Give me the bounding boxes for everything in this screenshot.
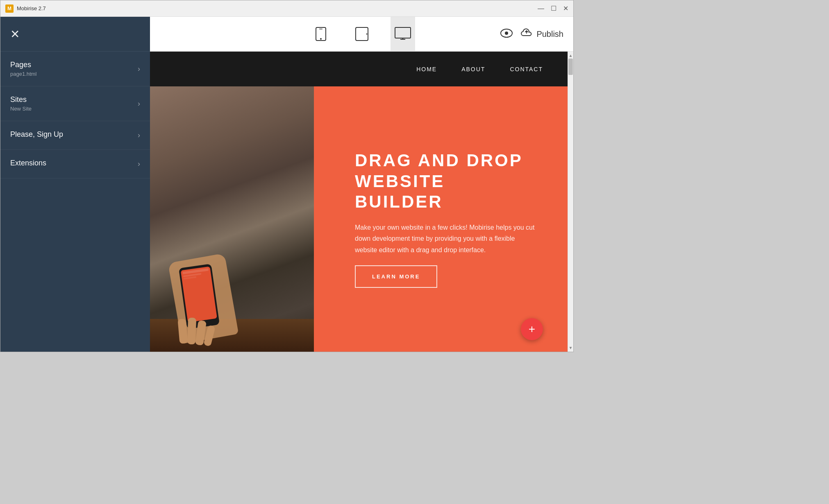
sites-content: Sites New Site — [10, 95, 32, 112]
signup-chevron-icon: › — [138, 131, 140, 140]
window-controls: — ☐ ✕ — [538, 5, 568, 12]
app-body: ✕ Pages page1.html › Sites New Site › — [0, 17, 573, 352]
learn-more-button[interactable]: LEARN MORE — [355, 265, 437, 288]
publish-label: Publish — [536, 29, 563, 39]
scroll-track — [568, 59, 573, 345]
sidebar-item-signup[interactable]: Please, Sign Up › — [0, 121, 150, 150]
nav-link-contact[interactable]: CONTACT — [510, 66, 543, 72]
hero-text-column: DRAG AND DROP WEBSITE BUILDER Make your … — [314, 86, 568, 352]
minimize-button[interactable]: — — [538, 5, 544, 12]
hero-section: DRAG AND DROP WEBSITE BUILDER Make your … — [150, 86, 568, 352]
scroll-down-arrow[interactable]: ▼ — [568, 345, 573, 351]
content-area: HOME ABOUT CONTACT — [150, 52, 573, 352]
sidebar-item-sites[interactable]: Sites New Site › — [0, 86, 150, 121]
hero-image-column — [150, 86, 314, 352]
sidebar-item-pages[interactable]: Pages page1.html › — [0, 52, 150, 86]
extensions-content: Extensions — [10, 159, 46, 169]
sidebar: ✕ Pages page1.html › Sites New Site › — [0, 17, 150, 352]
svg-rect-5 — [395, 27, 411, 38]
scroll-thumb[interactable] — [568, 59, 573, 75]
preview-frame: HOME ABOUT CONTACT — [150, 52, 568, 352]
svg-point-7 — [505, 32, 508, 35]
app-window: M Mobirise 2.7 — ☐ ✕ ✕ Pages page1.html … — [0, 0, 574, 352]
pages-title: Pages — [10, 61, 36, 69]
scroll-up-arrow[interactable]: ▲ — [568, 52, 573, 59]
extensions-chevron-icon: › — [138, 160, 140, 168]
nav-link-home[interactable]: HOME — [416, 66, 437, 72]
sites-title: Sites — [10, 95, 32, 104]
app-icon: M — [5, 5, 14, 13]
publish-cloud-icon — [521, 28, 532, 40]
tablet-device-button[interactable] — [350, 17, 374, 52]
publish-button[interactable]: Publish — [521, 28, 563, 40]
close-button[interactable]: ✕ — [563, 5, 568, 12]
sites-chevron-icon: › — [138, 99, 140, 108]
right-panel: Publish HOME ABOUT CONTACT — [150, 17, 573, 352]
preview-button[interactable] — [500, 27, 513, 41]
add-block-button[interactable]: + — [521, 318, 543, 340]
nav-link-about[interactable]: ABOUT — [461, 66, 485, 72]
close-sidebar-icon[interactable]: ✕ — [10, 27, 20, 41]
sites-subtitle: New Site — [10, 106, 32, 112]
hero-title: DRAG AND DROP WEBSITE BUILDER — [355, 150, 535, 212]
sidebar-item-extensions[interactable]: Extensions › — [0, 150, 150, 179]
pages-content: Pages page1.html — [10, 61, 36, 77]
svg-point-4 — [366, 34, 367, 35]
title-bar: M Mobirise 2.7 — ☐ ✕ — [0, 0, 573, 17]
extensions-title: Extensions — [10, 159, 46, 167]
window-title: Mobirise 2.7 — [17, 5, 538, 11]
toolbar: Publish — [150, 17, 573, 52]
toolbar-right: Publish — [500, 27, 563, 41]
sidebar-header: ✕ — [0, 17, 150, 52]
preview-nav: HOME ABOUT CONTACT — [150, 52, 568, 86]
mobile-device-button[interactable] — [309, 17, 333, 52]
hero-subtitle: Make your own website in a few clicks! M… — [355, 222, 535, 255]
desktop-device-button[interactable] — [391, 17, 415, 52]
maximize-button[interactable]: ☐ — [551, 5, 556, 12]
device-buttons — [309, 17, 415, 52]
pages-chevron-icon: › — [138, 65, 140, 73]
hero-image — [150, 86, 314, 352]
pages-subtitle: page1.html — [10, 71, 36, 77]
svg-point-1 — [320, 38, 322, 40]
scrollbar: ▲ ▼ — [568, 52, 573, 352]
signup-content: Please, Sign Up — [10, 130, 63, 140]
svg-rect-2 — [319, 29, 323, 29]
signup-title: Please, Sign Up — [10, 130, 63, 139]
